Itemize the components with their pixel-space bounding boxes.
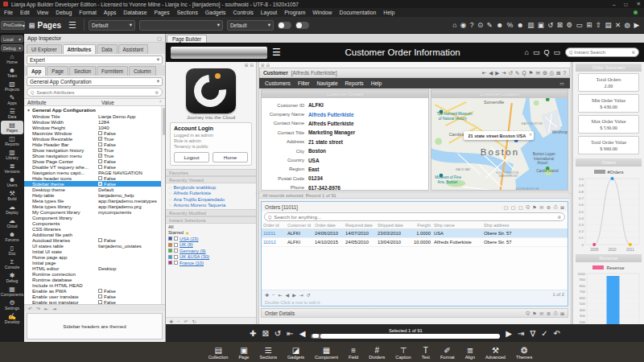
first-icon[interactable]: ⇤	[44, 306, 48, 311]
toolbar-new-page-icon[interactable]: ⊞	[586, 21, 592, 29]
bottombar-caption[interactable]: ⊤Caption	[395, 346, 411, 360]
sidebar-item-develop[interactable]: ✍Develop	[1, 312, 23, 326]
menu-apps[interactable]: Apps	[104, 10, 117, 15]
scope-tab-formitem[interactable]: FormItem	[97, 66, 128, 76]
orders-search-icon[interactable]: Q	[526, 204, 530, 210]
menu-debug[interactable]: Debug	[56, 10, 72, 15]
recent-item[interactable]: ☆Ana Trujillo Emparedado	[168, 196, 254, 203]
menu-window[interactable]: Window	[312, 10, 332, 15]
checkbox[interactable]	[98, 182, 102, 186]
minimize-button[interactable]: –	[613, 2, 616, 7]
grid-col-header[interactable]: Required date	[344, 223, 376, 228]
order-id-link[interactable]: 11012	[263, 240, 276, 245]
page-builder-tab[interactable]: Page Builder	[167, 35, 207, 43]
attribute-row[interactable]: Enable text translatorFalse	[24, 299, 165, 304]
bottombar-advanced[interactable]: ⚒Advanced	[485, 346, 506, 360]
orders-nav-remove-icon[interactable]: −	[272, 292, 275, 298]
attribute-row[interactable]: Meta types libraryapp:/lianjademo.prg	[24, 204, 165, 209]
order-id-link[interactable]: 11011	[263, 231, 275, 236]
grid-col-header[interactable]: Shipped date	[376, 223, 408, 228]
attribute-row[interactable]: Window Height1040	[24, 125, 165, 130]
toolbar-publish-icon[interactable]: ⇧	[596, 21, 601, 29]
customer-menu-help[interactable]: Help	[371, 80, 382, 86]
selection-item[interactable]: Germany (9)	[166, 248, 256, 254]
order-details-mail-icon[interactable]: ✉	[539, 311, 543, 316]
panel-restore-icon[interactable]: ⊞	[245, 63, 249, 68]
menu-layout[interactable]: Layout	[261, 10, 277, 15]
attribute-row[interactable]: Window TitleLianja Demo App	[24, 113, 165, 119]
attribute-row[interactable]: Runtime database	[24, 277, 165, 282]
order-details-print-icon[interactable]: ⎙	[554, 311, 558, 316]
inspector-tab-attributes[interactable]: Attributes	[63, 44, 97, 54]
recently-modified-header[interactable]: Recently Modified	[166, 209, 256, 216]
header-home-icon[interactable]: ⌂	[525, 48, 529, 56]
menu-sections[interactable]: Sections	[177, 10, 198, 15]
rail-local-select[interactable]: Local▾	[1, 35, 23, 43]
footer-apply-icon[interactable]: ✓	[541, 329, 547, 338]
sidebar-item-projects[interactable]: ▧Projects	[1, 80, 23, 93]
orders-settings-icon[interactable]: ⚙	[547, 204, 551, 210]
selection-starred[interactable]: Starred ★	[166, 230, 256, 237]
orders-print-icon[interactable]: ⎙	[554, 204, 558, 210]
attr-col-header[interactable]: Attribute	[24, 100, 101, 105]
menu-view[interactable]: View	[37, 10, 49, 15]
inspector-detach-icon[interactable]: ▢	[157, 35, 162, 41]
inspector-tab-ui-explorer[interactable]: UI Explorer	[27, 44, 62, 54]
close-button[interactable]: ✕	[637, 1, 641, 7]
menu-edit[interactable]: Edit	[20, 10, 30, 15]
orders-nav-refresh-icon[interactable]: ↺	[307, 292, 311, 298]
toolbar-folder-icon[interactable]: ▤	[605, 21, 611, 29]
sidebar-item-versions[interactable]: ≣Versions	[1, 162, 23, 175]
bottombar-component[interactable]: ▦Component	[315, 346, 338, 360]
footer-delete-icon[interactable]: ⊠	[262, 329, 268, 338]
attribute-row[interactable]: Hide header iconsFalse	[24, 175, 165, 181]
sidebar-item-cloud[interactable]: ☁Cloud	[1, 216, 23, 230]
instant-search-input[interactable]	[574, 50, 630, 55]
menu-gadgets[interactable]: Gadgets	[205, 10, 226, 15]
grid-col-header[interactable]: Freight	[408, 223, 432, 228]
order-details-search-icon[interactable]: Q	[526, 311, 530, 316]
footer-prev-icon[interactable]: ◀	[299, 329, 306, 338]
toolbar-about-icon[interactable]: ⊙	[477, 21, 483, 29]
checkbox[interactable]	[98, 159, 102, 163]
attribute-category-select[interactable]: General App Configuration▾	[27, 77, 163, 86]
toolbar-add-user-icon[interactable]: ☻	[496, 21, 503, 29]
menu-file[interactable]: File	[4, 10, 13, 15]
attribute-search[interactable]: Q ⊗	[27, 88, 163, 97]
toolbar-users-icon[interactable]: ☻	[517, 21, 524, 29]
menu-toggle-icon[interactable]: ☰	[68, 20, 76, 31]
attribute-row[interactable]: Enable user translateFalse	[24, 294, 165, 299]
checkbox[interactable]	[98, 238, 102, 242]
selection-all[interactable]: All	[166, 224, 256, 230]
page-select[interactable]: Default▾	[89, 20, 135, 31]
toolbar-close-icon[interactable]: ✕	[615, 21, 621, 29]
bottombar-themes[interactable]: ❂Themes	[516, 346, 532, 360]
customer-settings-icon[interactable]: ⚙	[543, 70, 547, 76]
bottombar-format[interactable]: ✐Format	[440, 346, 455, 360]
attribute-row[interactable]: Component library	[24, 215, 165, 220]
checkbox[interactable]	[98, 300, 102, 304]
map-pin-icon[interactable]	[439, 109, 443, 113]
orders-nav-first-icon[interactable]: ⇤	[279, 292, 283, 298]
sidebar-item-library[interactable]: ▥Library	[1, 148, 23, 162]
toolbar-globe-icon[interactable]: ◍	[625, 21, 630, 29]
footer-filter-icon[interactable]: ∇	[530, 329, 535, 338]
checkbox[interactable]	[98, 289, 102, 293]
bottombar-collection[interactable]: ▤Collection	[208, 346, 229, 360]
section-collapse-icon[interactable]: ⊟	[266, 63, 270, 68]
instant-search[interactable]: Q ⊗	[565, 47, 639, 57]
attribute-row[interactable]: Maximize WindowFalse	[24, 130, 165, 136]
customer-last-icon[interactable]: ⇥	[502, 70, 506, 76]
attribute-row[interactable]: Show navigation history✓True	[24, 147, 165, 153]
header-search-icon[interactable]: Q	[543, 48, 549, 56]
footer-first-icon[interactable]: ⇤	[287, 329, 293, 338]
clear-search-icon[interactable]: ⊗	[155, 90, 159, 95]
attribute-row[interactable]: My Component librarymycomponents	[24, 209, 165, 215]
checkbox[interactable]	[98, 131, 102, 135]
redo-icon[interactable]: ↷	[36, 306, 40, 311]
toolbar-settings-icon[interactable]: ⚙	[566, 21, 572, 29]
footer-refresh-icon[interactable]: ↺	[275, 329, 281, 338]
customer-first-icon[interactable]: ⇤	[482, 70, 486, 76]
checkbox[interactable]	[174, 261, 178, 265]
attribute-row[interactable]: Show navigation menu✓True	[24, 153, 165, 158]
